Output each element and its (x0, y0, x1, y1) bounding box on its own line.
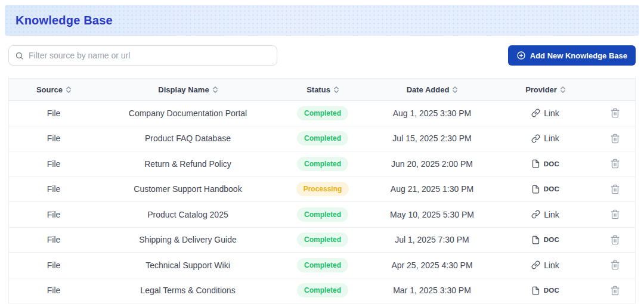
delete-row-button[interactable] (608, 106, 623, 120)
date-added-label: Apr 25, 2025 4:30 PM (391, 260, 472, 270)
page-header: Knowledge Base (5, 5, 639, 36)
column-header-label: Date Added (407, 85, 450, 94)
source-cell: File (9, 101, 98, 126)
table-row: FileProduct FAQ DatabaseCompletedJul 15,… (9, 126, 635, 152)
status-badge: Completed (297, 283, 348, 297)
display-name-label: Return & Refund Policy (144, 159, 231, 169)
column-header-display-name[interactable]: Display Name (98, 79, 277, 100)
sort-icon (334, 86, 339, 93)
source-label: File (47, 184, 61, 194)
sort-icon (213, 86, 218, 93)
knowledge-base-table: SourceDisplay NameStatusDate AddedProvid… (8, 78, 636, 303)
actions-cell (595, 278, 635, 303)
date-added-label: Aug 21, 2025 1:30 PM (391, 184, 473, 194)
provider-cell: Link (496, 126, 595, 151)
provider-cell: Link (496, 253, 595, 278)
delete-row-button[interactable] (608, 156, 623, 171)
source-label: File (47, 260, 61, 270)
column-header-actions (595, 79, 635, 100)
source-cell: File (9, 151, 98, 176)
source-label: File (47, 210, 61, 219)
source-cell: File (9, 253, 98, 278)
file-doc-icon (531, 286, 540, 295)
table-row: FileShipping & Delivery GuideCompletedJu… (9, 228, 635, 253)
date-added-cell: Aug 1, 2025 3:30 PM (368, 101, 496, 126)
trash-icon (610, 260, 620, 270)
table-row: FileReturn & Refund PolicyCompletedJun 2… (9, 151, 635, 177)
column-header-source[interactable]: Source (9, 79, 98, 100)
display-name-label: Legal Terms & Conditions (140, 286, 235, 295)
actions-cell (595, 177, 635, 202)
table-body: FileCompany Documentation PortalComplete… (9, 101, 635, 303)
status-badge: Completed (297, 131, 348, 145)
column-header-label: Display Name (158, 85, 209, 94)
filter-input-wrapper (8, 45, 277, 66)
source-cell: File (9, 228, 98, 253)
add-knowledge-base-button[interactable]: Add New Knowledge Base (508, 45, 636, 66)
file-doc-icon (531, 185, 540, 194)
table-row: FileLegal Terms & ConditionsCompletedMar… (9, 278, 635, 304)
date-added-cell: May 10, 2025 5:30 PM (368, 202, 496, 227)
actions-cell (595, 101, 635, 126)
delete-row-button[interactable] (608, 182, 623, 197)
table-row: FileCustomer Support HandbookProcessingA… (9, 177, 635, 203)
provider-cell: DOC (496, 177, 595, 202)
date-added-label: May 10, 2025 5:30 PM (390, 210, 474, 219)
display-name-cell: Shipping & Delivery Guide (98, 228, 277, 253)
table-header-row: SourceDisplay NameStatusDate AddedProvid… (9, 79, 635, 101)
status-badge: Completed (297, 258, 348, 272)
date-added-cell: Aug 21, 2025 1:30 PM (368, 177, 496, 202)
sort-icon (453, 86, 457, 93)
column-header-status[interactable]: Status (277, 79, 368, 100)
table-row: FileCompany Documentation PortalComplete… (9, 101, 635, 126)
status-badge: Processing (296, 182, 349, 196)
column-header-label: Provider (525, 85, 557, 94)
actions-cell (595, 228, 635, 253)
delete-row-button[interactable] (608, 232, 623, 247)
display-name-cell: Company Documentation Portal (98, 101, 277, 126)
provider-label: Link (544, 260, 559, 270)
provider-label: Link (544, 134, 559, 143)
date-added-cell: Apr 25, 2025 4:30 PM (368, 253, 496, 278)
source-cell: File (9, 177, 98, 202)
provider-cell: DOC (496, 228, 595, 253)
display-name-label: Technical Support Wiki (145, 260, 230, 270)
source-cell: File (9, 126, 98, 151)
delete-row-button[interactable] (608, 207, 623, 222)
display-name-label: Customer Support Handbook (134, 184, 242, 194)
trash-icon (610, 209, 620, 219)
provider-label: DOC (544, 160, 559, 167)
trash-icon (610, 108, 620, 118)
status-cell: Processing (277, 177, 368, 202)
search-icon (15, 51, 24, 60)
plus-circle-icon (516, 51, 526, 60)
display-name-cell: Return & Refund Policy (98, 151, 277, 176)
delete-row-button[interactable] (608, 258, 623, 272)
column-header-provider[interactable]: Provider (496, 79, 595, 100)
source-cell: File (9, 202, 98, 227)
column-header-label: Status (306, 85, 330, 94)
date-added-cell: Mar 1, 2025 3:30 PM (368, 278, 496, 303)
source-cell: File (9, 278, 98, 303)
trash-icon (610, 286, 620, 296)
delete-row-button[interactable] (608, 131, 623, 146)
column-header-date-added[interactable]: Date Added (368, 79, 496, 100)
page-title: Knowledge Base (16, 14, 113, 27)
date-added-label: Jul 1, 2025 7:30 PM (395, 235, 469, 244)
source-label: File (47, 159, 61, 169)
status-cell: Completed (277, 151, 368, 176)
link-icon (531, 108, 540, 117)
date-added-cell: Jul 1, 2025 7:30 PM (368, 228, 496, 253)
delete-row-button[interactable] (608, 283, 623, 298)
actions-cell (595, 253, 635, 278)
display-name-cell: Product Catalog 2025 (98, 202, 277, 227)
status-badge: Completed (297, 207, 348, 222)
toolbar: Add New Knowledge Base (8, 45, 636, 66)
provider-cell: DOC (496, 278, 595, 303)
add-button-label: Add New Knowledge Base (530, 51, 627, 60)
status-badge: Completed (297, 157, 348, 171)
filter-input[interactable] (29, 51, 271, 60)
source-label: File (47, 235, 61, 244)
link-icon (531, 260, 540, 269)
display-name-cell: Legal Terms & Conditions (98, 278, 277, 303)
